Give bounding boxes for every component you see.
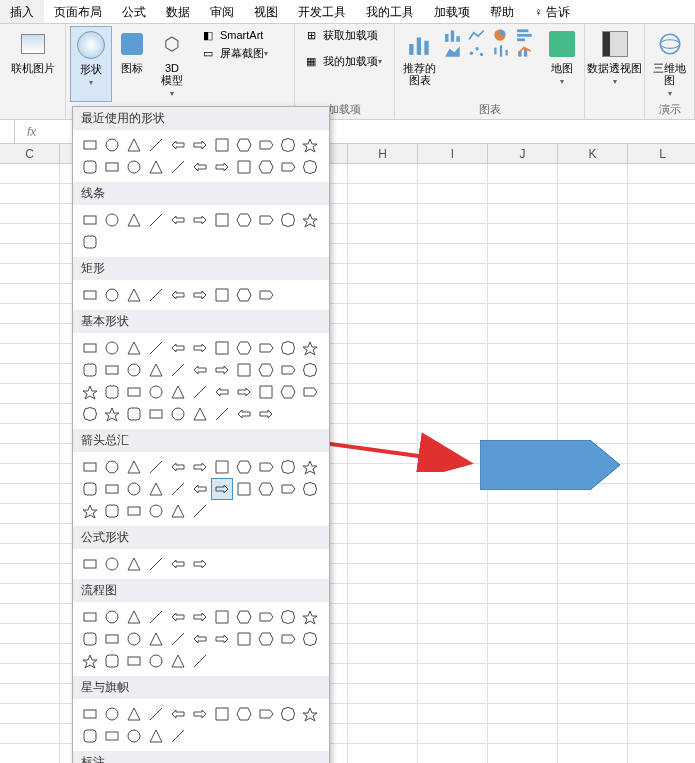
shape-option[interactable] bbox=[80, 726, 100, 746]
shape-option[interactable] bbox=[124, 382, 144, 402]
tab-data[interactable]: 数据 bbox=[156, 0, 200, 23]
shape-option[interactable] bbox=[234, 382, 254, 402]
shape-option[interactable] bbox=[234, 135, 254, 155]
shape-option[interactable] bbox=[256, 457, 276, 477]
col-L[interactable]: L bbox=[628, 144, 695, 163]
shape-option[interactable] bbox=[124, 360, 144, 380]
shape-option[interactable] bbox=[80, 360, 100, 380]
shape-option[interactable] bbox=[124, 629, 144, 649]
pivot-chart-button[interactable]: 数据透视图 bbox=[589, 26, 640, 90]
shape-option[interactable] bbox=[102, 285, 122, 305]
shape-option[interactable] bbox=[300, 135, 320, 155]
shape-option[interactable] bbox=[168, 157, 188, 177]
shape-option[interactable] bbox=[190, 457, 210, 477]
shape-option[interactable] bbox=[190, 360, 210, 380]
shape-option[interactable] bbox=[124, 704, 144, 724]
shape-option[interactable] bbox=[212, 360, 232, 380]
shape-option[interactable] bbox=[256, 360, 276, 380]
shape-option[interactable] bbox=[102, 726, 122, 746]
shape-option[interactable] bbox=[256, 157, 276, 177]
shape-option[interactable] bbox=[212, 704, 232, 724]
chart-pie-icon[interactable] bbox=[492, 28, 510, 42]
shape-option[interactable] bbox=[124, 479, 144, 499]
shape-option[interactable] bbox=[124, 501, 144, 521]
shape-option[interactable] bbox=[234, 607, 254, 627]
shape-option[interactable] bbox=[168, 360, 188, 380]
shape-option[interactable] bbox=[190, 704, 210, 724]
shape-option[interactable] bbox=[168, 726, 188, 746]
shape-option[interactable] bbox=[256, 607, 276, 627]
shape-option[interactable] bbox=[146, 726, 166, 746]
shape-option[interactable] bbox=[234, 479, 254, 499]
shape-option[interactable] bbox=[190, 629, 210, 649]
shape-option[interactable] bbox=[234, 338, 254, 358]
col-C[interactable]: C bbox=[0, 144, 60, 163]
shape-option[interactable] bbox=[124, 726, 144, 746]
shape-option[interactable] bbox=[212, 157, 232, 177]
tab-my-tools[interactable]: 我的工具 bbox=[356, 0, 424, 23]
shape-option[interactable] bbox=[124, 135, 144, 155]
get-addins-button[interactable]: ⊞获取加载项 bbox=[299, 26, 390, 44]
chart-stock-icon[interactable] bbox=[492, 44, 510, 58]
shape-option[interactable] bbox=[278, 629, 298, 649]
col-K[interactable]: K bbox=[558, 144, 628, 163]
shape-option[interactable] bbox=[256, 135, 276, 155]
shape-option[interactable] bbox=[190, 135, 210, 155]
chart-area-icon[interactable] bbox=[444, 44, 462, 58]
shape-option[interactable] bbox=[146, 501, 166, 521]
shape-option[interactable] bbox=[80, 157, 100, 177]
shape-option[interactable] bbox=[80, 704, 100, 724]
shape-option[interactable] bbox=[168, 338, 188, 358]
shape-option[interactable] bbox=[146, 554, 166, 574]
shape-option[interactable] bbox=[102, 210, 122, 230]
shape-option[interactable] bbox=[168, 607, 188, 627]
shape-option[interactable] bbox=[190, 285, 210, 305]
shape-option[interactable] bbox=[146, 607, 166, 627]
shape-option[interactable] bbox=[256, 285, 276, 305]
shape-option[interactable] bbox=[80, 210, 100, 230]
shape-option[interactable] bbox=[300, 338, 320, 358]
shape-option[interactable] bbox=[146, 210, 166, 230]
icons-button[interactable]: 图标 bbox=[112, 26, 152, 102]
shape-option[interactable] bbox=[146, 629, 166, 649]
col-J[interactable]: J bbox=[488, 144, 558, 163]
shape-option[interactable] bbox=[278, 338, 298, 358]
inserted-pentagon-shape[interactable] bbox=[480, 440, 620, 490]
shape-option[interactable] bbox=[80, 607, 100, 627]
shape-option[interactable] bbox=[212, 457, 232, 477]
shape-option[interactable] bbox=[146, 157, 166, 177]
tab-formulas[interactable]: 公式 bbox=[112, 0, 156, 23]
shape-option[interactable] bbox=[80, 404, 100, 424]
shape-option[interactable] bbox=[278, 607, 298, 627]
shape-option[interactable] bbox=[102, 651, 122, 671]
chart-hbar-icon[interactable] bbox=[516, 28, 534, 42]
shape-option[interactable] bbox=[80, 285, 100, 305]
shape-option[interactable] bbox=[124, 210, 144, 230]
shape-option[interactable] bbox=[234, 457, 254, 477]
shape-option[interactable] bbox=[256, 338, 276, 358]
shape-option[interactable] bbox=[278, 704, 298, 724]
shape-option[interactable] bbox=[190, 157, 210, 177]
shape-option[interactable] bbox=[300, 607, 320, 627]
shape-option[interactable] bbox=[168, 501, 188, 521]
shape-option[interactable] bbox=[80, 479, 100, 499]
shape-option[interactable] bbox=[124, 651, 144, 671]
shape-option[interactable] bbox=[300, 704, 320, 724]
shape-option[interactable] bbox=[168, 382, 188, 402]
shape-option[interactable] bbox=[124, 404, 144, 424]
shape-option[interactable] bbox=[102, 404, 122, 424]
shape-option[interactable] bbox=[80, 629, 100, 649]
screenshot-button[interactable]: ▭屏幕截图 bbox=[196, 44, 272, 62]
shape-option[interactable] bbox=[190, 338, 210, 358]
shape-option[interactable] bbox=[102, 629, 122, 649]
3d-map-button[interactable]: 三维地 图 bbox=[649, 26, 690, 102]
shape-option[interactable] bbox=[80, 501, 100, 521]
chart-combo-icon[interactable] bbox=[516, 44, 534, 58]
shape-option[interactable] bbox=[190, 404, 210, 424]
shape-option[interactable] bbox=[124, 554, 144, 574]
tab-help[interactable]: 帮助 bbox=[480, 0, 524, 23]
col-I[interactable]: I bbox=[418, 144, 488, 163]
shape-option[interactable] bbox=[146, 479, 166, 499]
shape-option[interactable] bbox=[234, 210, 254, 230]
shape-option[interactable] bbox=[146, 404, 166, 424]
